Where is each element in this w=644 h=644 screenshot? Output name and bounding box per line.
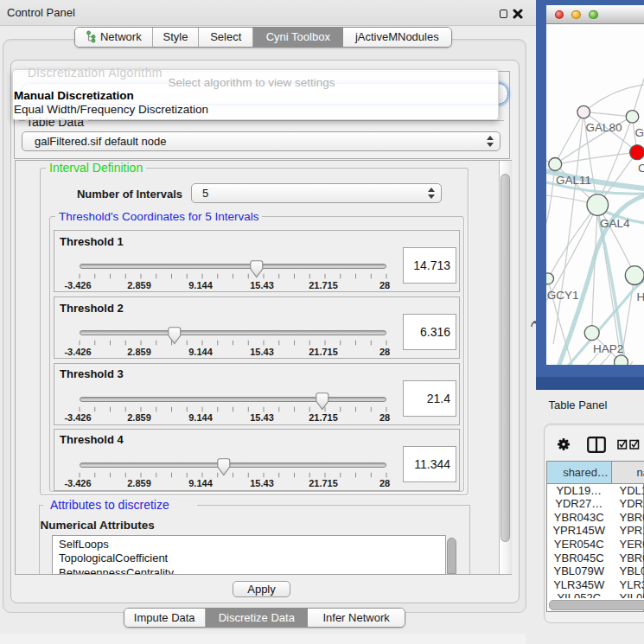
svg-text:GA: GA bbox=[634, 126, 644, 139]
svg-text:HAP2: HAP2 bbox=[593, 342, 623, 355]
svg-text:GCY1: GCY1 bbox=[546, 289, 578, 302]
svg-text:GAL11: GAL11 bbox=[556, 174, 591, 187]
svg-text:C: C bbox=[638, 162, 644, 175]
svg-text:HA: HA bbox=[636, 290, 644, 303]
svg-text:GAL4: GAL4 bbox=[600, 217, 630, 230]
svg-text:GAL80: GAL80 bbox=[585, 121, 622, 134]
